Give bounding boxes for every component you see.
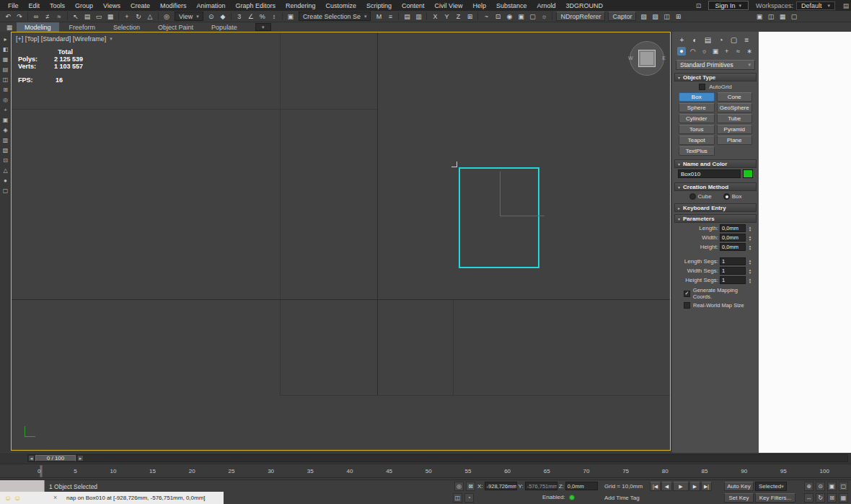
systems-icon[interactable]: ∗	[745, 47, 754, 56]
spinner-arrows[interactable]: ▴▾	[747, 226, 753, 231]
select-and-place-icon[interactable]: ◎	[161, 12, 172, 21]
curve-editor-icon[interactable]: ~	[480, 12, 492, 21]
custom-plugin-icon-3[interactable]: ◫	[661, 12, 672, 21]
menu-item[interactable]: Animation	[191, 2, 230, 9]
go-to-end-icon[interactable]: ▶|	[701, 482, 712, 491]
ribbon-minimize-toggle[interactable]: ▾	[255, 23, 271, 31]
custom-plugin-icon-4[interactable]: ⊞	[672, 12, 684, 21]
spinner-arrows[interactable]: ▴▾	[747, 278, 753, 283]
create-tab-icon[interactable]: +	[678, 36, 686, 44]
angle-snap-icon[interactable]: ∠	[245, 12, 257, 21]
zoom-icon[interactable]: ⊕	[804, 482, 813, 491]
rendered-frame-icon[interactable]: ▢	[526, 12, 538, 21]
cameras-icon[interactable]: ▣	[711, 47, 720, 56]
primitive-category-dropdown[interactable]: Standard Primitives ▾	[676, 60, 755, 70]
creation-method-box-option[interactable]: Box	[723, 193, 742, 200]
cube-radio[interactable]	[689, 193, 696, 200]
menubar-end-icon[interactable]: ▤	[841, 2, 851, 9]
primitive-button[interactable]: Tube	[717, 114, 753, 123]
sign-in-button[interactable]: Sign In ▾	[708, 1, 749, 10]
add-time-tag-button[interactable]: Add Time Tag	[604, 495, 640, 501]
display-tab-icon[interactable]: ▢	[730, 36, 738, 44]
select-object-icon[interactable]: ↖	[70, 12, 81, 21]
shapes-icon[interactable]: ◠	[689, 47, 697, 56]
primitive-button[interactable]: Plane	[717, 136, 753, 145]
zoom-all-icon[interactable]: ⊙	[816, 482, 825, 491]
captor-button[interactable]: Captor	[608, 12, 636, 21]
menu-item[interactable]: Graph Editors	[230, 2, 281, 9]
window-crossing-icon[interactable]: ▦	[105, 12, 116, 21]
menu-item[interactable]: Customize	[321, 2, 362, 9]
select-and-manipulate-icon[interactable]: ◆	[217, 12, 229, 21]
parameter-field[interactable]: 0,0mm	[720, 224, 746, 232]
select-and-link-icon[interactable]: ∞	[30, 12, 42, 21]
track-bar[interactable]: 0510152025303540455055606570758085909510…	[0, 464, 851, 478]
menu-item[interactable]: File	[3, 2, 24, 9]
workspace-selector[interactable]: Default ▾	[796, 1, 835, 10]
menu-item[interactable]: Arnold	[532, 2, 561, 9]
selection-lock-icon[interactable]: ⊠	[466, 482, 475, 491]
spinner-down-icon[interactable]: ▾	[749, 229, 751, 231]
menu-item[interactable]: 3DGROUND	[561, 2, 609, 9]
time-slider-right-arrow[interactable]: ▸	[77, 455, 84, 461]
key-filters-button[interactable]: Key Filters...	[755, 493, 795, 503]
viewport-label[interactable]: [+] [Top] [Standard] [Wireframe] ▾	[16, 35, 113, 43]
render-setup-icon[interactable]: ▣	[515, 12, 526, 21]
side-tool-icon-6[interactable]: ⊞	[1, 85, 10, 94]
zoom-extents-icon[interactable]: ▣	[827, 482, 837, 491]
object-name-field[interactable]: Box010	[678, 169, 741, 178]
maxscript-mini-listener[interactable]: ☺ ☺ × nap on Box010 at [-928,726mm, -576…	[0, 492, 224, 504]
pan-icon[interactable]: ↔	[804, 493, 813, 503]
side-tool-icon-1[interactable]: ▸	[1, 35, 10, 43]
parameter-field[interactable]: 1	[720, 276, 746, 284]
parameter-field[interactable]: 0,0mm	[720, 243, 746, 251]
primitive-button[interactable]: Teapot	[679, 136, 715, 145]
x-axis-constraint-button[interactable]: X	[429, 12, 441, 21]
menu-item[interactable]: Edit	[24, 2, 45, 9]
menu-item[interactable]: Civil View	[430, 2, 468, 9]
ribbon-tab[interactable]: Object Paint	[150, 22, 201, 32]
reference-coordinate-dropdown[interactable]: View ▾	[175, 12, 203, 21]
viewport-top[interactable]: [+] [Top] [Standard] [Wireframe] ▾ Total…	[11, 32, 671, 451]
side-tool-icon-11[interactable]: ▥	[1, 136, 10, 144]
maximize-viewport-icon[interactable]: ⊞	[827, 493, 837, 503]
side-tool-icon-8[interactable]: +	[1, 105, 10, 114]
side-tool-icon-15[interactable]: ●	[1, 176, 10, 185]
plane-constraint-icon[interactable]: ⊞	[464, 12, 475, 21]
primitive-button[interactable]: GeoSphere	[717, 103, 753, 112]
real-world-map-checkbox[interactable]	[684, 302, 690, 309]
parameter-field[interactable]: 1	[720, 267, 746, 275]
object-type-rollout-header[interactable]: ▾ Object Type	[674, 73, 757, 81]
side-tool-icon-10[interactable]: ◈	[1, 125, 10, 134]
side-tool-icon-9[interactable]: ▣	[1, 115, 10, 124]
select-by-name-icon[interactable]: ▤	[81, 12, 93, 21]
custom-plugin-icon-1[interactable]: ▧	[638, 12, 649, 21]
workspace-icon-3[interactable]: ▦	[777, 12, 788, 21]
ribbon-tab[interactable]: Freeform	[61, 22, 104, 32]
generate-mapping-checkbox[interactable]: ✓	[684, 291, 690, 297]
isolate-selection-icon[interactable]: ◎	[454, 482, 464, 491]
name-and-color-rollout-header[interactable]: ▾ Name and Color	[674, 159, 757, 168]
creation-method-cube-option[interactable]: Cube	[689, 193, 712, 200]
field-of-view-icon[interactable]: ▢	[839, 482, 848, 491]
viewcube-top-face[interactable]	[638, 50, 656, 67]
viewport-layout-icon[interactable]: ▦	[839, 493, 848, 503]
orbit-icon[interactable]: ↻	[816, 493, 825, 503]
spinner-down-icon[interactable]: ▾	[749, 238, 751, 241]
selection-region-icon[interactable]: ▭	[93, 12, 105, 21]
x-coord-field[interactable]: -928,726mm	[485, 482, 517, 490]
helpers-icon[interactable]: +	[723, 47, 731, 56]
side-tool-icon-14[interactable]: △	[1, 166, 10, 174]
geometry-icon[interactable]: ●	[677, 47, 686, 56]
menu-item[interactable]: Create	[125, 2, 155, 9]
spinner-down-icon[interactable]: ▾	[749, 262, 751, 265]
custom-plugin-icon-2[interactable]: ▨	[649, 12, 661, 21]
side-tool-icon-5[interactable]: ◫	[1, 75, 10, 84]
select-and-rotate-icon[interactable]: ↻	[133, 12, 144, 21]
time-slider-handle[interactable]: 0 / 100	[35, 455, 76, 461]
parameter-field[interactable]: 0,0mm	[720, 234, 746, 242]
menu-item[interactable]: Tools	[45, 2, 70, 9]
menu-item[interactable]: Content	[397, 2, 430, 9]
previous-frame-icon[interactable]: ◀	[661, 482, 672, 491]
snaps-toggle-icon[interactable]: 3	[234, 12, 245, 21]
